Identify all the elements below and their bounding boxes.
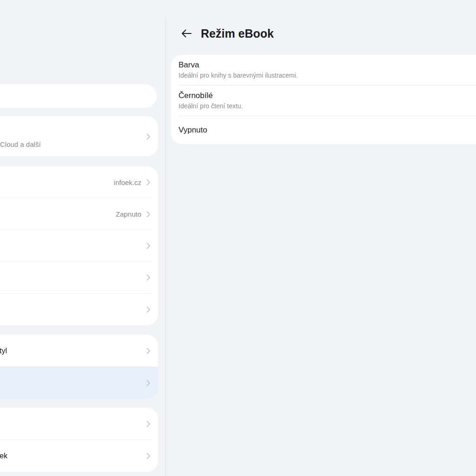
list-item[interactable] (0, 262, 158, 293)
list-item[interactable]: ek (0, 440, 158, 472)
option-label: Černobílé (178, 91, 476, 101)
search-bar[interactable] (0, 84, 157, 108)
chevron-right-icon (145, 306, 152, 313)
item-label: tyl (0, 347, 7, 355)
chevron-right-icon (145, 178, 152, 186)
settings-group-connectivity: infoek.cz Zapnuto (0, 166, 158, 325)
list-item[interactable] (0, 294, 158, 325)
settings-screen: Cloud a další infoek.cz Zapnuto (0, 0, 476, 476)
back-button[interactable] (179, 26, 194, 41)
ebook-mode-options-card: Barva Ideální pro knihy s barevnými ilus… (171, 55, 476, 144)
settings-group-notifications: ek (0, 408, 158, 472)
item-value: Zapnuto (116, 210, 141, 218)
list-item[interactable] (0, 230, 158, 262)
option-cernobile[interactable]: Černobílé Ideální pro čtení textu. (171, 86, 476, 116)
chevron-right-icon (145, 133, 152, 140)
arrow-left-icon (180, 27, 193, 40)
item-label: ek (0, 452, 7, 460)
option-vypnuto[interactable]: Vypnuto (171, 116, 476, 144)
detail-header: Režim eBook (166, 0, 476, 51)
option-description: Ideální pro čtení textu. (178, 102, 476, 111)
chevron-right-icon (145, 211, 152, 218)
chevron-right-icon (145, 420, 152, 428)
item-value: infoek.cz (114, 178, 141, 186)
chevron-right-icon (145, 379, 152, 387)
chevron-right-icon (145, 452, 152, 460)
option-label: Barva (178, 60, 476, 70)
ebook-mode-detail-panel: Režim eBook Barva Ideální pro knihy s ba… (166, 0, 476, 476)
settings-list-panel: Cloud a další infoek.cz Zapnuto (0, 0, 165, 476)
option-description: Ideální pro knihy s barevnými ilustracem… (178, 71, 476, 80)
chevron-right-icon (145, 347, 152, 355)
list-item[interactable]: Zapnuto (0, 198, 158, 230)
list-item[interactable]: infoek.cz (0, 166, 158, 198)
list-item-display-style[interactable]: tyl (0, 335, 158, 367)
settings-group-display: tyl (0, 335, 158, 399)
list-item[interactable] (0, 408, 158, 440)
option-label: Vypnuto (178, 125, 207, 135)
list-item-ebook-mode-selected[interactable] (0, 367, 158, 399)
account-card[interactable]: Cloud a další (0, 116, 158, 156)
page-title: Režim eBook (201, 26, 274, 40)
option-barva[interactable]: Barva Ideální pro knihy s barevnými ilus… (171, 55, 476, 86)
chevron-right-icon (145, 242, 152, 250)
account-subtitle: Cloud a další (0, 140, 41, 149)
chevron-right-icon (145, 274, 152, 281)
